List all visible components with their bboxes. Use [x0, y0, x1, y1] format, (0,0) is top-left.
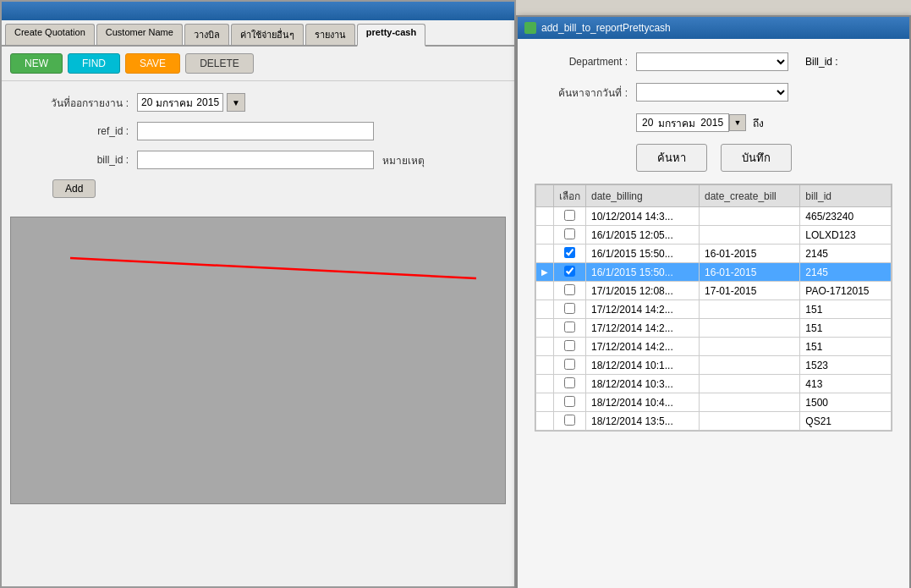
table-row[interactable]: 17/12/2014 14:2...151 — [536, 338, 892, 356]
row-arrow — [536, 282, 554, 300]
row-checkbox-cell[interactable] — [554, 300, 586, 319]
dialog-date-field: 20 มกราคม 2015 — [636, 113, 729, 132]
row-checkbox-cell[interactable] — [554, 375, 586, 393]
date-label: วันที่ออกรายงาน : — [19, 95, 137, 111]
row-arrow — [536, 207, 554, 226]
table-row[interactable]: 18/12/2014 10:1...1523 — [536, 356, 892, 375]
row-bill-id: 151 — [800, 300, 892, 319]
date-input-group: 20 มกราคม 2015 ▼ — [137, 93, 245, 112]
row-checkbox[interactable] — [564, 321, 575, 332]
table-row[interactable]: 17/12/2014 14:2...151 — [536, 319, 892, 338]
row-bill-id: PAO-1712015 — [800, 282, 892, 300]
add-button[interactable]: Add — [52, 179, 96, 198]
dialog-date-year: 2015 — [700, 117, 723, 129]
row-arrow: ▶ — [536, 263, 554, 282]
row-checkbox-cell[interactable] — [554, 393, 586, 412]
row-checkbox[interactable] — [564, 266, 575, 277]
row-date-create-bill — [700, 300, 800, 319]
row-checkbox-cell[interactable] — [554, 263, 586, 282]
row-date-billing: 18/12/2014 10:4... — [586, 393, 700, 412]
row-checkbox[interactable] — [564, 396, 575, 407]
find-button[interactable]: FIND — [68, 53, 120, 74]
tab-customer-name[interactable]: Customer Name — [96, 24, 183, 45]
row-checkbox[interactable] — [564, 377, 575, 388]
row-checkbox-cell[interactable] — [554, 282, 586, 300]
row-checkbox-cell[interactable] — [554, 412, 586, 431]
row-date-billing: 17/12/2014 14:2... — [586, 338, 700, 356]
row-checkbox[interactable] — [564, 228, 575, 239]
table-row[interactable]: 10/12/2014 14:3...465/23240 — [536, 207, 892, 226]
row-arrow — [536, 300, 554, 319]
table-row[interactable]: 17/12/2014 14:2...151 — [536, 300, 892, 319]
col-bill-id: bill_id — [800, 185, 892, 207]
row-date-billing: 16/1/2015 12:05... — [586, 226, 700, 245]
row-checkbox-cell[interactable] — [554, 207, 586, 226]
department-select[interactable] — [636, 52, 788, 71]
row-checkbox-cell[interactable] — [554, 245, 586, 263]
table-row[interactable]: 18/12/2014 10:4...1500 — [536, 393, 892, 412]
row-bill-id: 151 — [800, 338, 892, 356]
date-month: มกราคม — [156, 95, 193, 111]
table-row[interactable]: 16/1/2015 12:05...LOLXD123 — [536, 226, 892, 245]
col-date-billing: date_billing — [586, 185, 700, 207]
row-bill-id: 1500 — [800, 393, 892, 412]
add-row: Add — [19, 179, 497, 198]
row-checkbox[interactable] — [564, 284, 575, 295]
table-container: เลือก date_billing date_create_bill bill… — [535, 184, 892, 431]
row-checkbox[interactable] — [564, 359, 575, 370]
refid-input[interactable] — [137, 122, 374, 140]
table-row[interactable]: 18/12/2014 10:3...413 — [536, 375, 892, 393]
main-window: Create Quotation Customer Name วางบิล ค่… — [0, 0, 516, 588]
row-checkbox[interactable] — [564, 340, 575, 351]
row-checkbox[interactable] — [564, 210, 575, 221]
row-bill-id: QS21 — [800, 412, 892, 431]
tab-wangbil[interactable]: วางบิล — [184, 24, 229, 45]
toolbar: NEW FIND SAVE DELETE — [2, 47, 514, 81]
dialog-body: Department : Bill_id : ค้นหาจากวันที่ : … — [518, 39, 909, 438]
tab-create-quotation[interactable]: Create Quotation — [5, 24, 95, 45]
table-row[interactable]: 17/1/2015 12:08...17-01-2015PAO-1712015 — [536, 282, 892, 300]
tab-pretty-cash[interactable]: pretty-cash — [357, 24, 425, 47]
row-date-billing: 17/12/2014 14:2... — [586, 300, 700, 319]
department-row: Department : Bill_id : — [535, 52, 892, 71]
table-body: 10/12/2014 14:3...465/2324016/1/2015 12:… — [536, 207, 892, 431]
search-button[interactable]: ค้นหา — [636, 144, 707, 172]
col-arrow — [536, 185, 554, 207]
row-date-billing: 16/1/2015 15:50... — [586, 263, 700, 282]
billid-label: bill_id : — [19, 154, 137, 166]
delete-button[interactable]: DELETE — [185, 53, 254, 74]
dialog-titlebar: add_bill_to_reportPrettycash — [518, 17, 909, 39]
table-row[interactable]: 18/12/2014 13:5...QS21 — [536, 412, 892, 431]
dialog-date-month: มกราคม — [658, 115, 695, 131]
row-date-billing: 16/1/2015 15:50... — [586, 245, 700, 263]
dialog-window: add_bill_to_reportPrettycash Department … — [516, 15, 911, 588]
row-date-create-bill — [700, 375, 800, 393]
date-picker-button[interactable]: ▼ — [227, 93, 245, 112]
dialog-icon — [524, 22, 536, 34]
row-bill-id: 1523 — [800, 356, 892, 375]
refid-label: ref_id : — [19, 125, 137, 137]
dialog-date-picker-button[interactable]: ▼ — [729, 114, 746, 131]
gray-area — [10, 217, 506, 504]
row-checkbox-cell[interactable] — [554, 338, 586, 356]
row-checkbox[interactable] — [564, 303, 575, 314]
table-row[interactable]: ▶16/1/2015 15:50...16-01-20152145 — [536, 263, 892, 282]
dialog-title: add_bill_to_reportPrettycash — [541, 22, 671, 34]
save-button[interactable]: SAVE — [125, 53, 180, 74]
billid-input[interactable] — [137, 151, 374, 169]
row-checkbox[interactable] — [564, 247, 575, 258]
row-checkbox-cell[interactable] — [554, 356, 586, 375]
tab-reports[interactable]: รายงาน — [305, 24, 355, 45]
row-checkbox-cell[interactable] — [554, 226, 586, 245]
search-date-select[interactable] — [636, 83, 788, 102]
row-checkbox[interactable] — [564, 415, 575, 426]
new-button[interactable]: NEW — [10, 53, 63, 74]
row-checkbox-cell[interactable] — [554, 319, 586, 338]
svg-line-0 — [70, 258, 476, 278]
tab-expenses[interactable]: ค่าใช้จ่ายอื่นๆ — [231, 24, 304, 45]
table-row[interactable]: 16/1/2015 15:50...16-01-20152145 — [536, 245, 892, 263]
date-field: 20 มกราคม 2015 — [137, 93, 223, 112]
row-date-create-bill: 16-01-2015 — [700, 263, 800, 282]
row-arrow — [536, 393, 554, 412]
save-dialog-button[interactable]: บันทึก — [721, 144, 792, 172]
